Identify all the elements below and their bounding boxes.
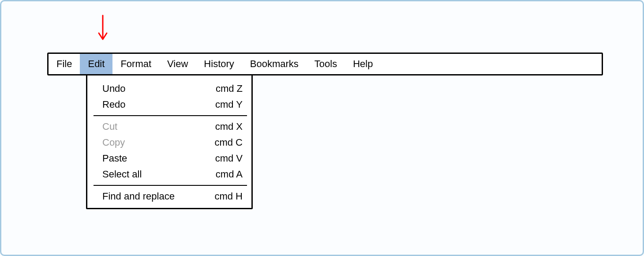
menu-help-label: Help	[353, 58, 373, 70]
menu-format-label: Format	[120, 58, 151, 70]
menu-bookmarks[interactable]: Bookmarks	[242, 54, 307, 74]
menubar: File Edit Format View History Bookmarks …	[47, 53, 603, 75]
menu-file-label: File	[56, 58, 72, 70]
edit-item-copy[interactable]: Copy cmd C	[87, 135, 251, 151]
menu-help[interactable]: Help	[345, 54, 381, 74]
edit-item-paste-shortcut: cmd V	[215, 153, 243, 164]
menu-history[interactable]: History	[196, 54, 242, 74]
dropdown-separator	[94, 115, 247, 116]
edit-item-redo[interactable]: Redo cmd Y	[87, 97, 251, 113]
edit-item-cut-shortcut: cmd X	[215, 121, 243, 132]
edit-item-find-replace-shortcut: cmd H	[214, 191, 243, 202]
menu-tools[interactable]: Tools	[307, 54, 345, 74]
edit-item-copy-label: Copy	[102, 137, 125, 148]
menu-view[interactable]: View	[159, 54, 196, 74]
dropdown-separator	[94, 185, 247, 186]
menu-edit-label: Edit	[88, 58, 105, 70]
menu-tools-label: Tools	[315, 58, 337, 70]
edit-item-find-replace-label: Find and replace	[102, 191, 175, 202]
menu-history-label: History	[204, 58, 234, 70]
edit-item-paste-label: Paste	[102, 153, 127, 164]
edit-item-cut[interactable]: Cut cmd X	[87, 119, 251, 135]
edit-item-paste[interactable]: Paste cmd V	[87, 151, 251, 166]
menu-format[interactable]: Format	[112, 54, 159, 74]
edit-item-select-all-label: Select all	[102, 169, 142, 180]
edit-item-cut-label: Cut	[102, 121, 117, 132]
edit-item-select-all[interactable]: Select all cmd A	[87, 166, 251, 182]
edit-item-redo-shortcut: cmd Y	[215, 99, 243, 110]
menu-file[interactable]: File	[49, 54, 80, 74]
menu-edit[interactable]: Edit	[80, 54, 112, 74]
menu-bookmarks-label: Bookmarks	[250, 58, 299, 70]
edit-item-select-all-shortcut: cmd A	[216, 169, 243, 180]
edit-item-find-replace[interactable]: Find and replace cmd H	[87, 188, 251, 204]
menu-view-label: View	[167, 58, 188, 70]
edit-item-copy-shortcut: cmd C	[214, 137, 243, 148]
edit-item-undo[interactable]: Undo cmd Z	[87, 81, 251, 97]
edit-dropdown: Undo cmd Z Redo cmd Y Cut cmd X Copy cmd…	[86, 75, 253, 209]
edit-item-undo-shortcut: cmd Z	[216, 83, 243, 94]
annotation-arrow-icon	[97, 15, 108, 44]
edit-item-redo-label: Redo	[102, 99, 126, 110]
edit-item-undo-label: Undo	[102, 83, 126, 94]
